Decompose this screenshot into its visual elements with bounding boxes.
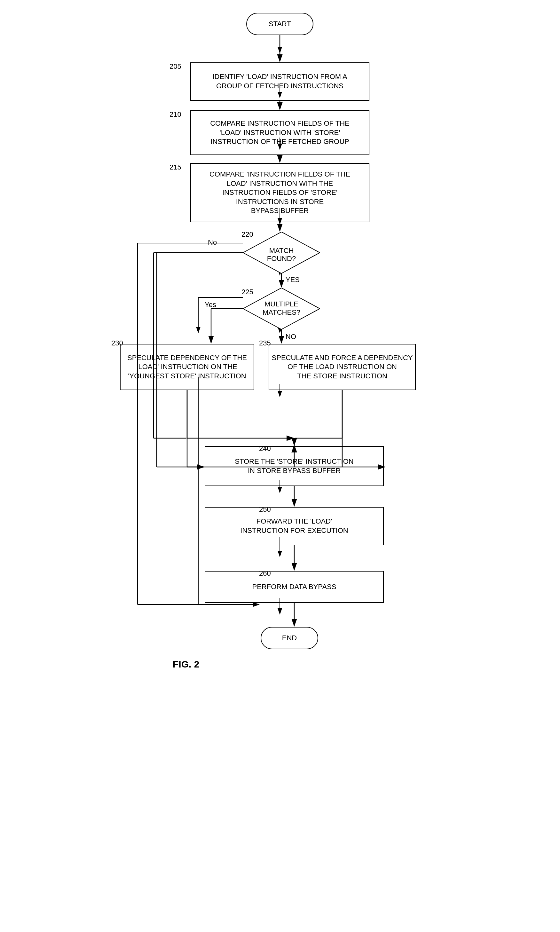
ref-210: 210: [169, 110, 182, 118]
svg-text:MATCHES?: MATCHES?: [263, 308, 300, 316]
node-250: FORWARD THE 'LOAD' INSTRUCTION FOR EXECU…: [205, 507, 384, 545]
node-260-label: PERFORM DATA BYPASS: [252, 583, 337, 592]
diamond-225-shape: MULTIPLE MATCHES?: [243, 288, 320, 329]
node-260: PERFORM DATA BYPASS: [205, 571, 384, 603]
ref-205: 205: [169, 62, 182, 71]
yes-225-label: Yes: [205, 301, 216, 309]
node-225: MULTIPLE MATCHES?: [243, 288, 320, 329]
ref-215: 215: [169, 163, 182, 171]
node-240-label: STORE THE 'STORE' INSTRUCTION IN STORE B…: [235, 457, 354, 475]
flowchart-diagram: START 205 IDENTIFY 'LOAD' INSTRUCTION FR…: [0, 0, 560, 932]
node-235: SPECULATE AND FORCE A DEPENDENCY OF THE …: [269, 344, 416, 390]
svg-text:MULTIPLE: MULTIPLE: [265, 300, 298, 308]
svg-text:FOUND?: FOUND?: [267, 255, 296, 263]
node-210: COMPARE INSTRUCTION FIELDS OF THE 'LOAD'…: [190, 110, 369, 155]
end-node: END: [261, 627, 318, 649]
no-225-label: NO: [286, 333, 296, 341]
yes-220-label: YES: [286, 276, 300, 284]
node-215-label: COMPARE 'INSTRUCTION FIELDS OF THE LOAD'…: [209, 170, 350, 215]
diamond-220-shape: MATCH FOUND?: [243, 232, 320, 274]
node-250-label: FORWARD THE 'LOAD' INSTRUCTION FOR EXECU…: [240, 517, 348, 535]
node-220: MATCH FOUND?: [243, 232, 320, 274]
start-node: START: [246, 13, 314, 35]
node-205: IDENTIFY 'LOAD' INSTRUCTION FROM A GROUP…: [190, 62, 369, 101]
figure-label: FIG. 2: [173, 659, 199, 670]
node-240: STORE THE 'STORE' INSTRUCTION IN STORE B…: [205, 446, 384, 486]
no-220-label: No: [208, 238, 217, 247]
node-235-label: SPECULATE AND FORCE A DEPENDENCY OF THE …: [272, 354, 413, 381]
node-210-label: COMPARE INSTRUCTION FIELDS OF THE 'LOAD'…: [210, 119, 349, 146]
node-205-label: IDENTIFY 'LOAD' INSTRUCTION FROM A GROUP…: [212, 72, 347, 91]
node-230-label: SPECULATE DEPENDENCY OF THE 'LOAD' INSTR…: [127, 354, 247, 381]
start-label: START: [269, 20, 291, 29]
svg-text:MATCH: MATCH: [269, 247, 294, 255]
node-230: SPECULATE DEPENDENCY OF THE 'LOAD' INSTR…: [120, 344, 254, 390]
node-215: COMPARE 'INSTRUCTION FIELDS OF THE LOAD'…: [190, 163, 369, 222]
end-label: END: [282, 634, 297, 643]
